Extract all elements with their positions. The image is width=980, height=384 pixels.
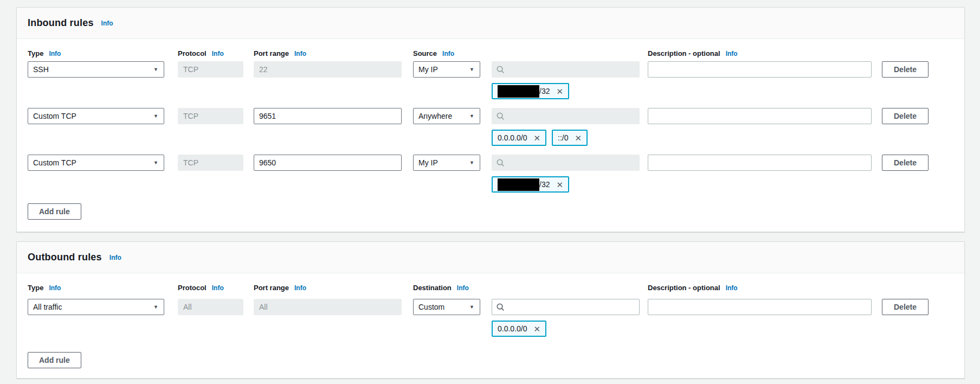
- cidr-token-label: /32: [539, 87, 550, 95]
- info-link[interactable]: Info: [49, 50, 61, 57]
- port-range-column-header: Port range Info: [254, 49, 402, 57]
- chevron-down-icon: ▼: [153, 161, 158, 165]
- source-search-field: [492, 155, 640, 171]
- outbound-rules-panel: Outbound rules Info Type Info Protocol I…: [16, 241, 965, 379]
- inbound-rules-panel: Inbound rules Info Type Info Protocol In…: [16, 7, 965, 232]
- cidr-token: ::/0 ✕: [552, 130, 588, 146]
- destination-search-input[interactable]: [508, 303, 635, 311]
- search-icon: [497, 112, 505, 120]
- description-input[interactable]: [648, 155, 872, 171]
- delete-button[interactable]: Delete: [882, 299, 929, 315]
- source-column-label: Source: [413, 49, 437, 57]
- source-search-input: [508, 112, 635, 120]
- info-link[interactable]: Info: [726, 284, 738, 292]
- port-range-input[interactable]: [254, 155, 402, 171]
- port-range-column-header: Port range Info: [254, 284, 402, 292]
- protocol-column-header: Protocol Info: [178, 284, 243, 292]
- info-link[interactable]: Info: [109, 254, 121, 261]
- description-input[interactable]: [648, 61, 872, 78]
- outbound-rule-row: All traffic ▼ Custom ▼ Delete: [17, 299, 964, 315]
- source-select[interactable]: My IP ▼: [413, 155, 480, 171]
- chevron-down-icon: ▼: [469, 161, 474, 165]
- cidr-token-label: 0.0.0.0/0: [498, 324, 527, 333]
- type-column-header: Type Info: [28, 284, 164, 292]
- type-select[interactable]: All traffic ▼: [28, 299, 164, 315]
- info-link[interactable]: Info: [212, 284, 224, 292]
- chevron-down-icon: ▼: [469, 67, 474, 72]
- source-select[interactable]: Anywhere ▼: [413, 108, 480, 124]
- type-select-value: All traffic: [33, 303, 62, 311]
- cidr-token: /32 ✕: [492, 83, 569, 99]
- add-rule-button[interactable]: Add rule: [28, 203, 81, 220]
- source-token-row: 0.0.0.0/0 ✕ ::/0 ✕: [492, 130, 588, 146]
- info-link[interactable]: Info: [457, 284, 469, 292]
- outbound-column-headers: Type Info Protocol Info Port range Info …: [17, 284, 964, 300]
- type-select-value: SSH: [33, 65, 49, 74]
- source-select-value: Anywhere: [418, 112, 452, 120]
- inbound-rule-row: Custom TCP ▼ Anywhere ▼ Delete: [17, 108, 964, 124]
- source-token-row: /32 ✕: [492, 83, 569, 99]
- destination-select-value: Custom: [418, 303, 444, 311]
- search-icon: [497, 159, 505, 167]
- chevron-down-icon: ▼: [469, 305, 474, 310]
- type-select[interactable]: SSH ▼: [28, 61, 164, 78]
- description-input[interactable]: [648, 299, 872, 315]
- port-range-input: [254, 61, 402, 78]
- dismiss-token-icon[interactable]: ✕: [556, 87, 563, 95]
- cidr-token-label: /32: [539, 180, 550, 189]
- protocol-column-label: Protocol: [178, 49, 207, 57]
- type-select-value: Custom TCP: [33, 112, 76, 120]
- info-link[interactable]: Info: [212, 50, 224, 57]
- search-icon: [497, 66, 505, 74]
- outbound-rules-header: Outbound rules Info: [17, 242, 964, 273]
- inbound-rules-title: Inbound rules: [28, 17, 94, 29]
- destination-column-header: Destination Info: [413, 284, 480, 292]
- source-search-field: [492, 108, 640, 124]
- search-icon: [497, 303, 505, 311]
- chevron-down-icon: ▼: [153, 67, 158, 72]
- redacted-ip: [498, 85, 539, 98]
- info-link[interactable]: Info: [49, 284, 61, 292]
- description-column-header: Description - optional Info: [648, 49, 872, 57]
- info-link[interactable]: Info: [726, 50, 738, 57]
- inbound-rule-row: Custom TCP ▼ My IP ▼ Delete: [17, 155, 964, 171]
- info-link[interactable]: Info: [294, 284, 306, 292]
- source-select-value: My IP: [418, 65, 438, 74]
- inbound-rule-row: SSH ▼ My IP ▼ Delete: [17, 61, 964, 78]
- source-search-input: [508, 65, 635, 74]
- destination-select[interactable]: Custom ▼: [413, 299, 480, 315]
- chevron-down-icon: ▼: [153, 305, 158, 310]
- protocol-column-label: Protocol: [178, 284, 207, 292]
- description-column-label: Description - optional: [648, 284, 720, 292]
- source-column-header: Source Info: [413, 49, 480, 57]
- dismiss-token-icon[interactable]: ✕: [556, 181, 563, 189]
- protocol-column-header: Protocol Info: [178, 49, 243, 57]
- cidr-token: 0.0.0.0/0 ✕: [492, 130, 546, 146]
- type-select[interactable]: Custom TCP ▼: [28, 108, 164, 124]
- source-search-input: [508, 158, 635, 167]
- info-link[interactable]: Info: [294, 50, 306, 57]
- add-rule-button[interactable]: Add rule: [28, 352, 81, 368]
- cidr-token: 0.0.0.0/0 ✕: [492, 321, 546, 337]
- info-link[interactable]: Info: [101, 20, 113, 27]
- type-select[interactable]: Custom TCP ▼: [28, 155, 164, 171]
- delete-button[interactable]: Delete: [882, 155, 929, 171]
- dismiss-token-icon[interactable]: ✕: [575, 134, 582, 142]
- description-column-header: Description - optional Info: [648, 284, 872, 292]
- dismiss-token-icon[interactable]: ✕: [534, 325, 541, 333]
- delete-button[interactable]: Delete: [882, 108, 929, 124]
- port-range-input[interactable]: [254, 108, 402, 124]
- inbound-rules-header: Inbound rules Info: [17, 8, 964, 39]
- source-select[interactable]: My IP ▼: [413, 61, 480, 78]
- destination-column-label: Destination: [413, 284, 452, 292]
- dismiss-token-icon[interactable]: ✕: [534, 134, 541, 142]
- source-search-field: [492, 61, 640, 78]
- chevron-down-icon: ▼: [469, 114, 474, 119]
- description-column-label: Description - optional: [648, 49, 720, 57]
- cidr-token: /32 ✕: [492, 176, 569, 193]
- delete-button[interactable]: Delete: [882, 61, 929, 78]
- outbound-rules-title: Outbound rules: [28, 252, 102, 263]
- info-link[interactable]: Info: [442, 50, 454, 57]
- description-input[interactable]: [648, 108, 872, 124]
- destination-search-field[interactable]: [492, 299, 640, 315]
